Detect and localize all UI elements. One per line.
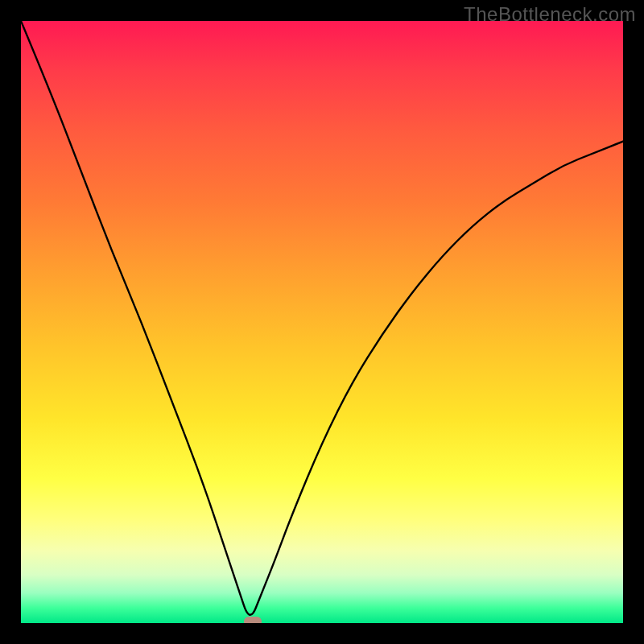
chart-frame: TheBottleneck.com [0,0,644,644]
bottleneck-curve [21,21,623,623]
optimal-point-marker [244,617,262,623]
plot-area [21,21,623,623]
curve-path [21,21,623,615]
